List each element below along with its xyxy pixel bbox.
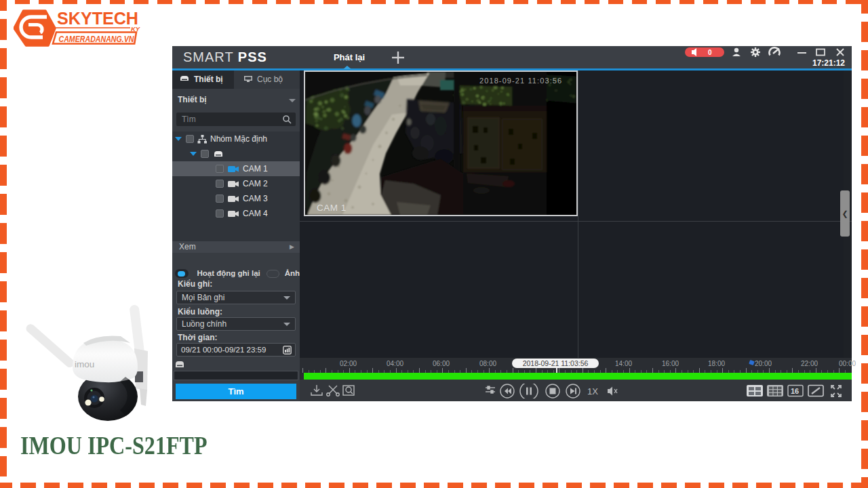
svg-text:CAMERADANANG.VN: CAMERADANANG.VN xyxy=(59,34,134,44)
svg-text:imou: imou xyxy=(75,359,94,369)
svg-text:16: 16 xyxy=(791,387,799,395)
svg-text:SKYTECH: SKYTECH xyxy=(57,9,138,28)
svg-text:2018-09-21 11:03:56: 2018-09-21 11:03:56 xyxy=(479,77,562,85)
svg-text:KY: KY xyxy=(131,25,141,33)
svg-text:0: 0 xyxy=(708,49,712,56)
svg-text:CAM 1: CAM 1 xyxy=(317,203,347,213)
svg-text:1X: 1X xyxy=(587,386,598,396)
